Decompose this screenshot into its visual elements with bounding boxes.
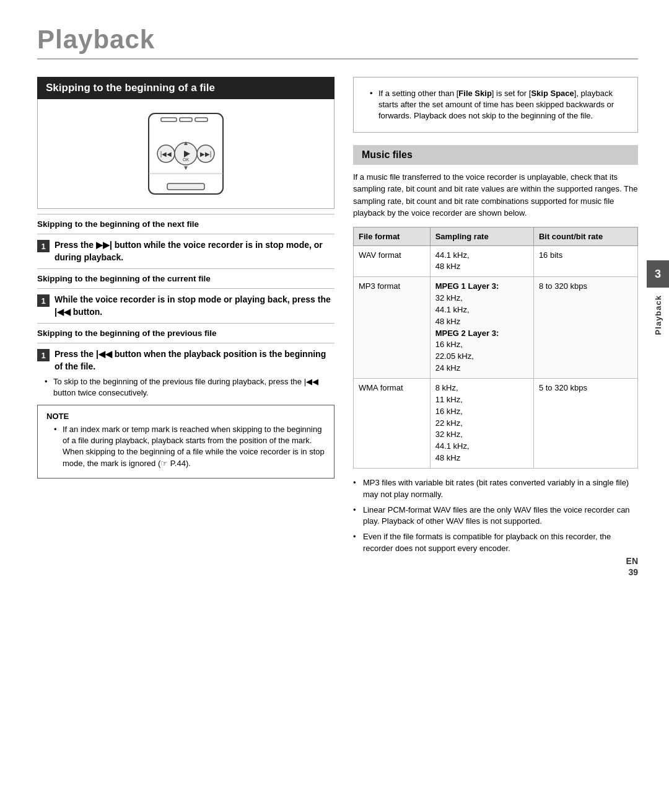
sampling-wav: 44.1 kHz,48 kHz [430,245,533,277]
step-block-3: 1 Press the |◀◀ button when the playback… [37,348,334,399]
format-wav: WAV format [354,245,431,277]
device-image: OK ▲ ▼ |◀◀ ▶▶| [37,99,334,209]
sub-heading-next-file: Skipping to the beginning of the next fi… [37,219,334,229]
table-row: WMA format 8 kHz, 11 kHz, 16 kHz, 22 kHz… [354,379,638,469]
music-files-heading: Music files [353,145,638,165]
bottom-bar: EN 39 [626,556,638,577]
right-note-box: If a setting other than [File Skip] is s… [353,77,638,133]
sub-heading-current-file: Skipping to the beginning of the current… [37,274,334,283]
bullet-mp3-variable: MP3 files with variable bit rates (bit r… [353,477,638,501]
section-heading-file: Skipping to the beginning of a file [37,77,334,99]
bitrate-wma: 5 to 320 kbps [533,379,637,469]
svg-text:▲: ▲ [183,139,189,146]
step-text-1: Press the ▶▶| button while the voice rec… [55,239,334,263]
right-bullets: MP3 files with variable bit rates (bit r… [353,477,638,555]
left-column: Skipping to the beginning of a file [37,77,334,565]
step-num-2: 1 [37,294,50,307]
col-header-format: File format [354,227,431,245]
chapter-label: Playback [654,295,663,335]
format-mp3: MP3 format [354,277,431,379]
music-table: File format Sampling rate Bit count/bit … [353,227,638,469]
sampling-mp3: MPEG 1 Layer 3: 32 kHz, 44.1 kHz, 48 kHz… [430,277,533,379]
page-number: 39 [628,567,638,577]
page-title: Playback [37,25,638,55]
sub-heading-prev-file: Skipping to the beginning of the previou… [37,329,334,338]
col-header-bitrate: Bit count/bit rate [533,227,637,245]
step-block-1: 1 Press the ▶▶| button while the voice r… [37,239,334,263]
step-text-2: While the voice recorder is in stop mode… [55,294,334,318]
format-wma: WMA format [354,379,431,469]
col-header-sampling: Sampling rate [430,227,533,245]
svg-rect-13 [167,183,204,190]
right-note-text: If a setting other than [File Skip] is s… [370,88,629,122]
table-row: MP3 format MPEG 1 Layer 3: 32 kHz, 44.1 … [354,277,638,379]
table-row: WAV format 44.1 kHz,48 kHz 16 bits [354,245,638,277]
step-num-1: 1 [37,240,50,252]
note-label: NOTE [46,412,325,421]
sampling-wma: 8 kHz, 11 kHz, 16 kHz, 22 kHz, 32 kHz, 4… [430,379,533,469]
chapter-tab: 3 Playback [647,260,669,335]
step-num-3: 1 [37,349,50,361]
svg-text:▼: ▼ [183,164,189,171]
bullet-wav-pcm: Linear PCM-format WAV files are the only… [353,505,638,528]
svg-text:|◀◀: |◀◀ [160,151,172,157]
music-files-section: Music files If a music file transferred … [353,145,638,555]
language-label: EN [626,556,638,566]
svg-text:▶▶|: ▶▶| [200,151,212,157]
bullet-encoder: Even if the file formats is compatible f… [353,531,638,555]
svg-text:OK: OK [183,157,189,162]
music-intro: If a music file transferred to the voice… [353,171,638,219]
note-text: If an index mark or temp mark is reached… [54,424,325,469]
note-box: NOTE If an index mark or temp mark is re… [37,405,334,479]
step-block-2: 1 While the voice recorder is in stop mo… [37,294,334,318]
right-column: If a setting other than [File Skip] is s… [353,77,638,565]
step3-bullet: To skip to the beginning of the previous… [45,376,334,399]
bitrate-mp3: 8 to 320 kbps [533,277,637,379]
step-text-3: Press the |◀◀ button when the playback p… [55,348,334,373]
chapter-number: 3 [647,260,669,288]
bitrate-wav: 16 bits [533,245,637,277]
